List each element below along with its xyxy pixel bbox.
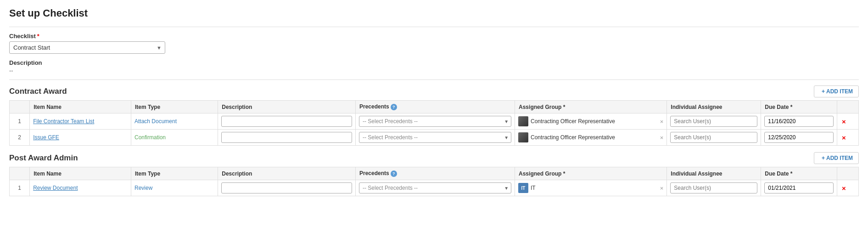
precedents-cell: -- Select Precedents --▼ — [356, 114, 515, 130]
assigned-group-cell: ITIT× — [515, 180, 667, 196]
individual-assignee-cell — [667, 180, 761, 196]
description-cell — [218, 114, 356, 130]
due-date-cell — [761, 180, 837, 196]
col-header-2: Item Type — [131, 101, 218, 114]
assigned-group-name: Contracting Officer Representative — [531, 118, 657, 125]
individual-assignee-input[interactable] — [670, 116, 757, 127]
col-header-2: Item Type — [131, 167, 218, 180]
row-number: 1 — [10, 180, 30, 196]
description-cell — [218, 180, 356, 196]
description-label: Description — [9, 59, 859, 66]
section-post-award-admin: Post Award Admin+ ADD ITEMItem NameItem … — [9, 152, 859, 196]
delete-row-cell: × — [837, 130, 858, 146]
assigned-group-avatar-icon — [518, 116, 528, 126]
precedents-info-icon[interactable]: ? — [391, 170, 397, 177]
col-header-1: Item Name — [30, 101, 131, 114]
section-title-contract-award: Contract Award — [9, 87, 67, 96]
col-header-5: Assigned Group * — [515, 101, 667, 114]
item-type-cell: Attach Document — [131, 114, 218, 130]
row-number: 1 — [10, 114, 30, 130]
description-input[interactable] — [221, 116, 352, 127]
precedents-info-icon[interactable]: ? — [391, 104, 397, 110]
col-header-0 — [10, 101, 30, 114]
col-header-7: Due Date * — [761, 167, 837, 180]
item-type-value: Review — [134, 185, 152, 191]
section-header-post-award-admin: Post Award Admin+ ADD ITEM — [9, 152, 859, 164]
item-type-cell: Confirmation — [131, 130, 218, 146]
col-header-6: Individual Assignee — [667, 167, 761, 180]
individual-assignee-input[interactable] — [670, 132, 757, 143]
col-header-0 — [10, 167, 30, 180]
table-row: 1File Contractor Team ListAttach Documen… — [10, 114, 859, 130]
description-input[interactable] — [221, 182, 352, 193]
remove-assigned-group-button[interactable]: × — [660, 118, 664, 125]
remove-assigned-group-button[interactable]: × — [660, 134, 664, 141]
col-header-7: Due Date * — [761, 101, 837, 114]
add-item-label: + ADD ITEM — [822, 155, 853, 161]
add-item-label: + ADD ITEM — [822, 88, 853, 95]
delete-row-button[interactable]: × — [840, 118, 847, 125]
precedents-cell: -- Select Precedents --▼ — [356, 180, 515, 196]
item-name-link[interactable]: Review Document — [33, 185, 78, 191]
item-name-cell: Issue GFE — [30, 130, 131, 146]
description-input[interactable] — [221, 132, 352, 143]
col-header-8 — [837, 167, 858, 180]
assigned-group-it-icon: IT — [518, 183, 528, 193]
item-type-value: Attach Document — [134, 118, 177, 125]
item-type-value: Confirmation — [134, 134, 166, 141]
due-date-cell — [761, 130, 837, 146]
checklist-field-section: Checklist * Contract Start ▼ — [9, 33, 859, 54]
checklist-label: Checklist * — [9, 33, 859, 40]
precedents-select[interactable]: -- Select Precedents -- — [359, 116, 511, 127]
checklist-select[interactable]: Contract Start — [9, 41, 165, 54]
item-name-link[interactable]: Issue GFE — [33, 134, 59, 141]
add-item-button-post-award-admin[interactable]: + ADD ITEM — [814, 152, 859, 164]
description-cell — [218, 130, 356, 146]
table-contract-award: Item NameItem TypeDescriptionPrecedents?… — [9, 100, 859, 146]
description-section: Description -- — [9, 59, 859, 74]
table-post-award-admin: Item NameItem TypeDescriptionPrecedents?… — [9, 167, 859, 196]
section-header-contract-award: Contract Award+ ADD ITEM — [9, 85, 859, 97]
delete-row-cell: × — [837, 180, 858, 196]
assigned-group-cell: Contracting Officer Representative× — [515, 114, 667, 130]
description-value: -- — [9, 67, 859, 74]
checklist-select-wrap: Contract Start ▼ — [9, 41, 165, 54]
col-header-8 — [837, 101, 858, 114]
delete-row-button[interactable]: × — [840, 184, 847, 192]
due-date-input[interactable] — [764, 116, 834, 127]
sections-container: Contract Award+ ADD ITEMItem NameItem Ty… — [9, 85, 859, 196]
item-type-cell: Review — [131, 180, 218, 196]
precedents-col-label: Precedents — [359, 170, 389, 176]
assigned-group-cell: Contracting Officer Representative× — [515, 130, 667, 146]
col-header-1: Item Name — [30, 167, 131, 180]
individual-assignee-cell — [667, 114, 761, 130]
col-header-3: Description — [218, 101, 356, 114]
table-row: 2Issue GFEConfirmation-- Select Preceden… — [10, 130, 859, 146]
assigned-group-name: IT — [531, 185, 657, 191]
delete-row-cell: × — [837, 114, 858, 130]
add-item-button-contract-award[interactable]: + ADD ITEM — [814, 85, 859, 97]
due-date-input[interactable] — [764, 182, 834, 193]
delete-row-button[interactable]: × — [840, 134, 847, 142]
individual-assignee-cell — [667, 130, 761, 146]
checklist-label-text: Checklist — [9, 33, 36, 40]
col-header-4: Precedents? — [356, 167, 515, 180]
item-name-link[interactable]: File Contractor Team List — [33, 118, 94, 125]
col-header-6: Individual Assignee — [667, 101, 761, 114]
col-header-3: Description — [218, 167, 356, 180]
page-title: Set up Checklist — [9, 7, 859, 19]
table-row: 1Review DocumentReview-- Select Preceden… — [10, 180, 859, 196]
due-date-input[interactable] — [764, 132, 834, 143]
individual-assignee-input[interactable] — [670, 182, 757, 193]
precedents-cell: -- Select Precedents --▼ — [356, 130, 515, 146]
precedents-select[interactable]: -- Select Precedents -- — [359, 182, 511, 193]
checklist-required-star: * — [37, 33, 39, 40]
precedents-select[interactable]: -- Select Precedents -- — [359, 132, 511, 143]
row-number: 2 — [10, 130, 30, 146]
precedents-col-label: Precedents — [359, 103, 389, 110]
assigned-group-name: Contracting Officer Representative — [531, 134, 657, 141]
item-name-cell: File Contractor Team List — [30, 114, 131, 130]
due-date-cell — [761, 114, 837, 130]
section-title-post-award-admin: Post Award Admin — [9, 153, 78, 163]
remove-assigned-group-button[interactable]: × — [660, 185, 664, 192]
